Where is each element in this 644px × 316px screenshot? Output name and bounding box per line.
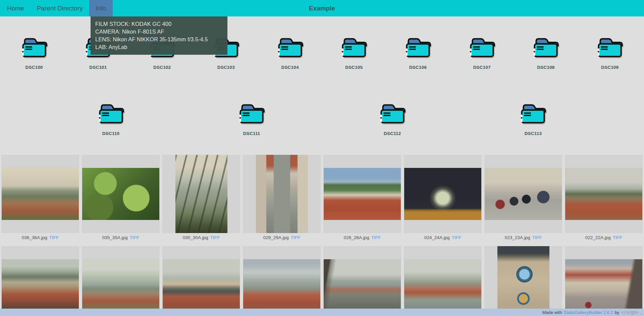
folder-dsc104[interactable]: DSC104 <box>260 35 320 70</box>
caption: 022_22A.jpg TIFF <box>585 235 622 241</box>
thumbnail-image[interactable] <box>82 259 159 311</box>
folder-dsc107[interactable]: DSC107 <box>452 35 512 70</box>
folder-label: DSC113 <box>525 131 542 136</box>
folder-dsc109[interactable]: DSC109 <box>580 35 640 70</box>
gallery-item <box>161 246 241 316</box>
folder-dsc110[interactable]: DSC110 <box>81 101 141 136</box>
folder-label: DSC110 <box>102 131 119 136</box>
nav-item-parent-directory[interactable]: Parent Directory <box>31 0 89 16</box>
folder-label: DSC108 <box>537 65 554 70</box>
tiff-link[interactable]: TIFF <box>452 235 462 240</box>
folder-icon <box>531 35 560 59</box>
thumbnail-box <box>243 246 321 316</box>
gallery-item: 029_29A.jpg TIFF <box>241 155 322 241</box>
folder-label: DSC106 <box>409 65 427 70</box>
tiff-link[interactable]: TIFF <box>291 235 301 240</box>
thumbnail-image[interactable] <box>324 259 401 311</box>
gallery-item <box>322 246 402 316</box>
thumbnail-image[interactable] <box>82 168 159 220</box>
gallery-item: 036_36A.jpg TIFF <box>0 155 80 241</box>
nav-item-info[interactable]: Info <box>89 0 113 16</box>
caption: 023_23A.jpg TIFF <box>505 235 542 241</box>
folder-label: DSC101 <box>89 65 107 70</box>
folder-dsc105[interactable]: DSC105 <box>324 35 384 70</box>
gallery-item <box>0 246 80 316</box>
thumbnail-image[interactable] <box>2 259 79 311</box>
tiff-link[interactable]: TIFF <box>613 235 623 240</box>
footer-period: . <box>640 310 641 315</box>
folder-dsc100[interactable]: DSC100 <box>4 35 64 70</box>
folder-label: DSC105 <box>345 65 363 70</box>
thumbnail-image[interactable] <box>256 155 308 233</box>
thumbnail-box <box>1 246 79 316</box>
thumbnail-image[interactable] <box>2 168 79 220</box>
folder-dsc106[interactable]: DSC106 <box>388 35 448 70</box>
folder-label: DSC102 <box>153 65 171 70</box>
folder-dsc108[interactable]: DSC108 <box>516 35 576 70</box>
folder-icon <box>97 101 125 125</box>
caption: 024_24A.jpg TIFF <box>424 235 461 241</box>
tiff-link[interactable]: TIFF <box>210 235 220 240</box>
footer-builder-link[interactable]: StaticGalleryBuilder 2.6.2 <box>564 310 613 315</box>
filename: 024_24A.jpg <box>424 235 450 240</box>
folder-icon <box>404 35 432 59</box>
gallery-item <box>402 246 483 316</box>
thumbnail-box <box>243 155 321 233</box>
filename: 022_22A.jpg <box>585 235 611 240</box>
thumbnail-image[interactable] <box>243 259 320 311</box>
gallery-item <box>483 246 564 316</box>
thumbnail-box <box>484 155 562 233</box>
thumbnail-image[interactable] <box>565 259 642 311</box>
gallery-item <box>564 246 644 316</box>
thumbnail-image[interactable] <box>565 168 642 220</box>
thumbnail-box <box>162 155 240 233</box>
folder-icon <box>237 101 266 125</box>
filename: 036_36A.jpg <box>22 235 47 240</box>
thumbnail-image[interactable] <box>485 168 562 220</box>
thumbnail-image[interactable] <box>324 168 401 220</box>
thumbnail-image[interactable] <box>404 259 481 311</box>
tooltip-line-lab: LAB: AnyLab <box>95 43 223 51</box>
gallery-item <box>80 246 161 316</box>
thumbnail-box <box>323 246 401 316</box>
footer-bar: Made with StaticGalleryBuilder 2.6.2 by … <box>0 309 644 316</box>
gallery-item: 035_35A.jpg TIFF <box>80 155 161 241</box>
tiff-link[interactable]: TIFF <box>130 235 140 240</box>
thumbnail-box <box>1 155 79 233</box>
tiff-link[interactable]: TIFF <box>49 235 59 240</box>
tiff-link[interactable]: TIFF <box>532 235 542 240</box>
nav-item-home[interactable]: Home <box>1 0 31 16</box>
tiff-link[interactable]: TIFF <box>371 235 381 240</box>
thumbnail-image[interactable] <box>163 259 240 311</box>
srgn-logo[interactable]: </srgn> <box>621 310 638 315</box>
folder-icon <box>20 35 49 59</box>
filename: 030_30A.jpg <box>183 235 208 240</box>
folder-dsc113[interactable]: DSC113 <box>503 101 563 136</box>
filename: 035_35A.jpg <box>102 235 128 240</box>
caption: 030_30A.jpg TIFF <box>183 235 220 241</box>
filename: 029_29A.jpg <box>263 235 289 240</box>
caption: 036_36A.jpg TIFF <box>22 235 59 241</box>
gallery-item: 022_22A.jpg TIFF <box>564 155 644 241</box>
gallery-item: 023_23A.jpg TIFF <box>483 155 564 241</box>
thumbnail-image[interactable] <box>497 246 549 316</box>
caption: 035_35A.jpg TIFF <box>102 235 139 241</box>
thumbnail-image[interactable] <box>404 168 481 220</box>
thumbnail-box <box>82 246 160 316</box>
thumbnail-box <box>162 246 240 316</box>
thumbnail-box <box>82 155 160 233</box>
thumbnail-image[interactable] <box>175 155 227 233</box>
folder-label: DSC111 <box>243 131 260 136</box>
gallery-item: 024_24A.jpg TIFF <box>402 155 483 241</box>
tooltip-line-lens: LENS: Nikon AF NIKKOR 35-135mm f/3.5-4.5 <box>95 36 223 43</box>
thumbnail-box <box>404 246 482 316</box>
folder-icon <box>378 101 407 125</box>
thumbnail-box <box>565 246 643 316</box>
thumbnail-box <box>404 155 482 233</box>
folder-dsc112[interactable]: DSC112 <box>363 101 422 136</box>
folder-dsc111[interactable]: DSC111 <box>222 101 281 136</box>
folder-icon <box>595 35 624 59</box>
folder-label: DSC103 <box>217 65 235 70</box>
tooltip-line-camera: CAMERA: Nikon F-801S AF <box>95 28 223 36</box>
filename: 023_23A.jpg <box>505 235 530 240</box>
